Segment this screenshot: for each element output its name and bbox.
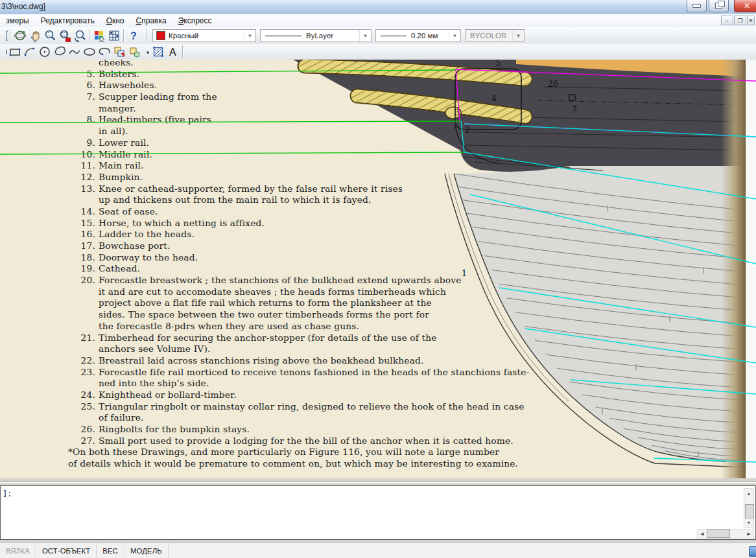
chevron-down-icon[interactable]: ▼	[244, 30, 255, 41]
zoom-window-icon[interactable]	[57, 29, 72, 43]
scroll-left-icon[interactable]: ◀	[698, 529, 707, 538]
status-toggle-модель[interactable]: МОДЕЛЬ	[124, 543, 169, 558]
caption-line: manger.	[99, 103, 514, 115]
color-swatch	[156, 31, 165, 40]
arc-icon[interactable]	[22, 45, 37, 59]
caption-item-number: 13.	[67, 183, 95, 194]
command-window[interactable]: ]: ▲ ▼ ◀ ▶	[0, 485, 756, 540]
caption-line: Cathead.	[99, 263, 514, 275]
menu-item-4[interactable]: Справка	[130, 15, 172, 27]
caption-line: Lower rail.	[99, 137, 514, 149]
menu-item-3[interactable]: Окно	[100, 15, 130, 27]
scroll-up-icon[interactable]: ▲	[744, 489, 753, 498]
pan-icon[interactable]	[27, 29, 42, 43]
spline-icon[interactable]	[67, 45, 82, 59]
mdi-restore-button[interactable]: ❐	[734, 16, 746, 25]
drawing-canvas[interactable]: 52647321 cheeks.5.Bolsters.6.Hawseholes.…	[0, 60, 756, 478]
menu-item-2[interactable]: Редактировать	[35, 15, 100, 27]
zoom-previous-icon[interactable]	[72, 29, 87, 43]
command-horizontal-scrollbar[interactable]: ◀ ▶	[697, 529, 754, 539]
restore-button[interactable]	[709, 0, 729, 12]
caption-item-13: 13.Knee or cathead-supporter, formed by …	[67, 183, 514, 206]
tray-lock-icon[interactable]	[749, 546, 756, 557]
caption-line: Scupper leading from the	[99, 91, 514, 103]
caption-line: Forecastle fife rail morticed to receive…	[99, 367, 514, 378]
caption-line: Small port used to provide a lodging for…	[99, 436, 514, 447]
caption-line: Breastrail laid across stanchions rising…	[99, 355, 514, 367]
partial-polyline-icon[interactable]	[0, 45, 7, 59]
caption-item-number: 7.	[67, 91, 95, 102]
status-toggle-вязка[interactable]: ВЯЗКА	[0, 543, 36, 558]
caption-item-number: 23.	[67, 367, 95, 377]
ellipse-arc-icon[interactable]	[97, 45, 112, 59]
caption-line: up and thickens out from the main rail t…	[99, 194, 514, 206]
horizontal-scroll-thumb[interactable]	[707, 529, 730, 538]
caption-item-16: 16.Ladder to the heads.	[67, 229, 514, 240]
caption-item-number: 26.	[67, 424, 95, 434]
caption-line: Bolsters.	[99, 69, 514, 80]
rectangle-icon[interactable]	[7, 45, 22, 59]
caption-item: cheeks.	[67, 60, 514, 69]
caption-line: of details which it would be premature t…	[68, 458, 514, 470]
caption-line: Knighthead or bollard-timber.	[99, 389, 514, 401]
linetype-value: ByLayer	[306, 32, 333, 40]
close-button[interactable]: ✕	[734, 0, 756, 12]
hatch-icon[interactable]	[150, 45, 165, 59]
mdi-close-button[interactable]: ✕	[747, 16, 755, 25]
caption-item-number: 15.	[67, 218, 95, 228]
command-splitter[interactable]	[0, 478, 756, 485]
minimize-button[interactable]	[687, 0, 707, 12]
layer-color-value: Красный	[169, 32, 198, 40]
lineweight-glyph	[381, 36, 407, 36]
caption-line: Bumpkin.	[99, 172, 514, 183]
caption-item-25: 25.Triangular ringbolt or mainstay colla…	[67, 401, 514, 424]
caption-item-number: 24.	[67, 389, 95, 400]
insert-block-icon[interactable]	[112, 45, 126, 59]
ellipse-icon[interactable]	[82, 45, 97, 59]
caption-item-number: 14.	[67, 206, 95, 216]
lineweight-combo[interactable]: 0.20 мм ▼	[375, 29, 461, 42]
mdi-minimize-button[interactable]: –	[721, 16, 733, 25]
command-vertical-scrollbar[interactable]: ▲ ▼	[744, 488, 754, 528]
chevron-down-icon[interactable]: ▼	[359, 30, 371, 41]
caption-item-number: 17.	[67, 240, 95, 251]
plotstyle-combo[interactable]: BYCOLOR ▼	[465, 29, 525, 42]
caption-item-26: 26.Ringbolts for the bumpkin stays.	[67, 424, 514, 436]
caption-item-6: 6.Hawseholes.	[67, 80, 514, 91]
vertical-scroll-thumb[interactable]	[745, 504, 754, 518]
chevron-down-icon[interactable]: ▼	[449, 30, 460, 41]
layer-color-combo[interactable]: Красный ▼	[152, 29, 256, 42]
caption-item-number: 10.	[67, 149, 95, 159]
menu-item-5[interactable]: Экспресс	[172, 15, 218, 27]
caption-line: *On both these Drawings, and more partic…	[68, 447, 514, 458]
properties-icon[interactable]	[91, 29, 106, 43]
status-toggle-ост-объект[interactable]: ОСТ-ОБЪЕКТ	[36, 543, 97, 558]
page-edge-shadow	[721, 60, 746, 478]
partial-sheet-icon[interactable]	[0, 29, 8, 43]
close-icon: ✕	[744, 2, 750, 10]
zoom-realtime-icon[interactable]: +−	[42, 29, 57, 43]
point-icon[interactable]	[141, 45, 150, 59]
caption-line: in all).	[99, 126, 514, 137]
caption-item-17: 17.Bowchase port.	[67, 240, 514, 252]
caption-item-24: 24.Knighthead or bollard-timber.	[67, 389, 514, 401]
minimize-icon	[692, 4, 701, 8]
make-block-icon[interactable]	[126, 45, 141, 59]
caption-item-18: 18.Doorway to the head.	[67, 252, 514, 264]
caption-item-number: 25.	[67, 401, 95, 412]
text-icon[interactable]: A	[165, 45, 180, 59]
linetype-combo[interactable]: ByLayer ▼	[260, 29, 372, 42]
caption-line: Timberhead for securing the anchor-stopp…	[99, 332, 514, 344]
orbit-icon[interactable]	[12, 29, 27, 43]
caption-line: of failure.	[99, 412, 514, 424]
scroll-right-icon[interactable]: ▶	[744, 529, 753, 538]
status-toggle-вес[interactable]: ВЕС	[97, 543, 124, 558]
help-icon[interactable]: ?	[126, 29, 141, 43]
scroll-down-icon[interactable]: ▼	[744, 518, 753, 527]
menu-item-1[interactable]: змеры	[0, 15, 35, 27]
status-bar: ВЯЗКАОСТ-ОБЪЕКТВЕСМОДЕЛЬ	[0, 542, 756, 558]
canvas-margin	[746, 60, 756, 478]
circle-icon[interactable]	[37, 45, 52, 59]
revision-cloud-icon[interactable]	[52, 45, 67, 59]
designcenter-grid-icon[interactable]	[106, 29, 121, 43]
